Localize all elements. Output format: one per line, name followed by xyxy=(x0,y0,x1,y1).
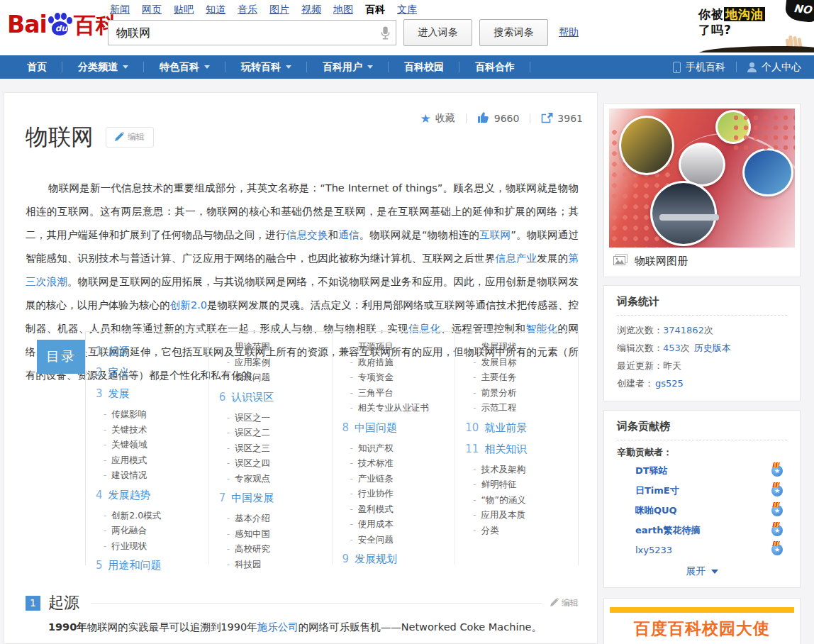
toc-item: 6认识误区 xyxy=(219,389,332,406)
favorite-button[interactable]: ★ 收藏 xyxy=(420,112,455,125)
toc-link[interactable]: 知识产权 xyxy=(342,443,394,453)
search-input[interactable] xyxy=(115,22,369,45)
toc-link[interactable]: 示范工程 xyxy=(465,402,516,413)
toc-link[interactable]: 使用成本 xyxy=(342,518,394,529)
toc-link[interactable]: 技术标准 xyxy=(342,457,394,468)
toc-link[interactable]: 行业协作 xyxy=(342,488,394,499)
toc-link[interactable]: “物”的涵义 xyxy=(465,494,525,505)
navbar-item[interactable]: 百科合作 xyxy=(459,55,530,79)
campus-ambassador-ad[interactable]: 百度百科校园大使 招募啦 xyxy=(603,598,801,644)
toc-link[interactable]: 6认识误区 xyxy=(219,391,274,404)
toc-link[interactable]: 分类 xyxy=(465,525,498,535)
help-link[interactable]: 帮助 xyxy=(559,26,579,39)
toc-link[interactable]: 发展目标 xyxy=(465,357,516,367)
toc-link[interactable]: 基本介绍 xyxy=(219,513,270,523)
toc-link[interactable]: 误区之二 xyxy=(219,427,270,438)
toc-link[interactable]: 4发展趋势 xyxy=(96,489,151,501)
toc-link[interactable]: 关键领域 xyxy=(96,439,147,450)
contributor-link[interactable]: 日TimE寸 xyxy=(635,484,679,497)
top-nav-link[interactable]: 地图 xyxy=(333,4,353,16)
baidu-baike-logo[interactable]: Bai du 百科 xyxy=(7,13,118,37)
toc-link[interactable]: 7中国发展 xyxy=(219,492,274,504)
album-collage-image[interactable] xyxy=(609,109,795,248)
toc-link[interactable]: 误区之三 xyxy=(219,443,270,453)
personal-center-link[interactable]: 个人中心 xyxy=(747,61,801,74)
top-nav-link[interactable]: 新闻 xyxy=(110,4,130,16)
toc-link[interactable]: 应用及本质 xyxy=(465,509,525,520)
toc-link[interactable]: 创新2.0模式 xyxy=(96,510,161,521)
collage-photo-ticket xyxy=(715,110,751,144)
toc-link[interactable]: 应用模式 xyxy=(96,455,147,465)
views-count: 3741862 xyxy=(663,325,704,335)
album-caption-link[interactable]: 物联网图册 xyxy=(609,248,795,273)
navbar-item[interactable]: 分类频道 xyxy=(62,55,144,79)
toc-link[interactable]: 传媒影响 xyxy=(96,409,147,419)
toc-link[interactable]: 盈利模式 xyxy=(342,504,394,514)
enter-entry-button[interactable]: 进入词条 xyxy=(403,19,472,46)
toc-link[interactable]: 8中国问题 xyxy=(342,421,398,434)
section-text-segment: 施乐公司 xyxy=(257,621,299,633)
toc-link[interactable]: 产业链条 xyxy=(342,473,394,484)
toc-link[interactable]: 用途范围 xyxy=(219,341,270,352)
toc-link[interactable]: 发展现状 xyxy=(465,341,516,352)
toc-link[interactable]: 两化融合 xyxy=(96,525,147,535)
toc-link[interactable]: 1起源 xyxy=(96,345,130,357)
top-nav-link[interactable]: 知道 xyxy=(206,4,225,16)
toc-link[interactable]: 科技园 xyxy=(219,559,262,570)
toc-link[interactable]: 3发展 xyxy=(96,387,130,400)
contributor-link[interactable]: DT驿站 xyxy=(635,465,668,477)
section-edit-link[interactable]: 编辑 xyxy=(550,597,579,609)
contributor-link[interactable]: 咪啪QUQ xyxy=(635,504,677,517)
toc-link[interactable]: 技术及架构 xyxy=(465,464,525,474)
toc-link[interactable]: 前景分析 xyxy=(465,387,516,398)
top-nav-link[interactable]: 图片 xyxy=(269,4,289,16)
top-banner-ad[interactable]: 你被地沟油 了吗? NO xyxy=(696,0,814,52)
toc-link[interactable]: 11相关知识 xyxy=(465,443,527,455)
search-entry-button[interactable]: 搜索词条 xyxy=(479,19,548,46)
navbar-item[interactable]: 玩转百科 xyxy=(225,55,307,79)
top-nav-link[interactable]: 百科 xyxy=(365,4,385,16)
mobile-baike-link[interactable]: 手机百科 xyxy=(673,61,725,74)
top-nav-link[interactable]: 文库 xyxy=(397,4,417,16)
toc-link[interactable]: 主要任务 xyxy=(465,372,516,382)
toc-link[interactable]: 发展问题 xyxy=(219,372,270,382)
like-button[interactable]: 9660 xyxy=(477,111,520,126)
toc-link[interactable]: 三角平台 xyxy=(342,387,394,398)
share-button[interactable]: 3961 xyxy=(541,112,583,126)
top-nav-link[interactable]: 音乐 xyxy=(238,4,257,16)
navbar-item[interactable]: 首页 xyxy=(11,55,62,79)
divider xyxy=(530,113,530,123)
toc-link[interactable]: 安全问题 xyxy=(342,534,394,545)
edit-entry-button[interactable]: 编辑 xyxy=(106,127,154,148)
top-nav-link[interactable]: 网页 xyxy=(142,4,162,16)
contributor-link[interactable]: earth繁花待摘 xyxy=(635,524,700,537)
toc-link[interactable]: 相关专业从业证书 xyxy=(342,402,429,413)
toc-link[interactable]: 专家观点 xyxy=(219,473,270,484)
toc-link[interactable]: 5用途和问题 xyxy=(96,559,162,572)
toc-link[interactable]: 政府措施 xyxy=(342,357,394,367)
toc-link[interactable]: 2定义 xyxy=(96,366,130,379)
toc-link[interactable]: 感知中国 xyxy=(219,528,270,539)
navbar-item[interactable]: 百科用户 xyxy=(307,55,389,79)
toc-link[interactable]: 行业现状 xyxy=(96,540,147,551)
toc-link[interactable]: 10就业前景 xyxy=(465,421,527,434)
creator-link[interactable]: gs525 xyxy=(655,378,684,389)
microphone-icon[interactable] xyxy=(380,26,391,43)
toc-link[interactable]: 误区之四 xyxy=(219,457,270,468)
navbar-item[interactable]: 特色百科 xyxy=(144,55,225,79)
toc-link[interactable]: 关键技术 xyxy=(96,424,147,435)
toc-link[interactable]: 9发展规划 xyxy=(342,553,398,565)
navbar-item[interactable]: 百科校园 xyxy=(389,55,459,79)
history-versions-link[interactable]: 历史版本 xyxy=(694,343,731,353)
top-nav-link[interactable]: 贴吧 xyxy=(174,4,194,16)
toc-link[interactable]: 鲜明特征 xyxy=(465,479,516,489)
contributor-link[interactable]: lxy5233 xyxy=(635,545,672,555)
toc-link[interactable]: 建设情况 xyxy=(96,470,147,480)
toc-link[interactable]: 专项资金 xyxy=(342,372,394,382)
expand-button[interactable]: 展开 xyxy=(617,559,787,582)
top-nav-link[interactable]: 视频 xyxy=(301,4,321,16)
toc-link[interactable]: 高校研究 xyxy=(219,543,270,554)
toc-link[interactable]: 应用案例 xyxy=(219,357,270,367)
toc-link[interactable]: 开源项目 xyxy=(342,341,394,352)
toc-link[interactable]: 误区之一 xyxy=(219,412,270,423)
